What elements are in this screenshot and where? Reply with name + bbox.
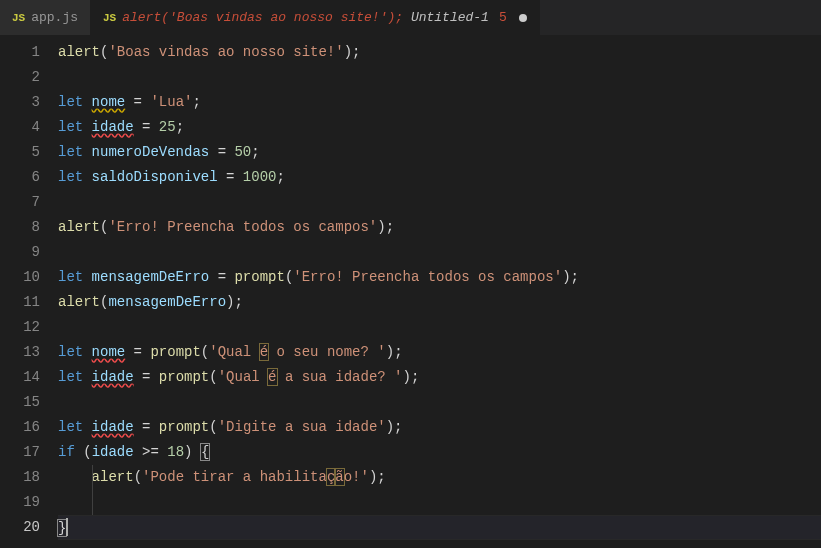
- code-line[interactable]: let idade = prompt('Digite a sua idade')…: [58, 415, 821, 440]
- token: (: [201, 344, 209, 360]
- token: 1000: [243, 169, 277, 185]
- token: let: [58, 94, 92, 110]
- token: prompt: [234, 269, 284, 285]
- token: saldoDisponivel: [92, 169, 218, 185]
- line-number: 17: [0, 440, 40, 465]
- token: o seu nome? ': [268, 344, 386, 360]
- token: ;: [234, 294, 242, 310]
- token: 'Qual: [209, 344, 259, 360]
- code-line[interactable]: [58, 65, 821, 90]
- token: let: [58, 344, 92, 360]
- line-number: 6: [0, 165, 40, 190]
- tab-label: app.js: [31, 10, 78, 25]
- token: ): [386, 344, 394, 360]
- code-line[interactable]: alert('Boas vindas ao nosso site!');: [58, 40, 821, 65]
- line-number: 13: [0, 340, 40, 365]
- token: 'Erro! Preencha todos os campos': [108, 219, 377, 235]
- code-line[interactable]: alert('Pode tirar a habilitação!');: [58, 465, 821, 490]
- token: idade: [92, 419, 134, 435]
- code-line[interactable]: [58, 390, 821, 415]
- token: =: [134, 419, 159, 435]
- token: =: [209, 269, 234, 285]
- line-number: 11: [0, 290, 40, 315]
- token: ;: [176, 119, 184, 135]
- token: 50: [234, 144, 251, 160]
- line-number: 20: [0, 515, 40, 540]
- line-number: 19: [0, 490, 40, 515]
- code-line[interactable]: let idade = 25;: [58, 115, 821, 140]
- token: let: [58, 419, 92, 435]
- token: alert: [58, 219, 100, 235]
- tab-untitled[interactable]: JS alert('Boas vindas ao nosso site!'); …: [91, 0, 540, 35]
- line-number: 10: [0, 265, 40, 290]
- token: mensagemDeErro: [92, 269, 210, 285]
- line-number: 4: [0, 115, 40, 140]
- token: alert: [92, 469, 134, 485]
- line-number: 9: [0, 240, 40, 265]
- problem-count-badge: 5: [499, 10, 507, 25]
- token: ;: [251, 144, 259, 160]
- token: ): [344, 44, 352, 60]
- token: let: [58, 369, 92, 385]
- code-line[interactable]: let saldoDisponivel = 1000;: [58, 165, 821, 190]
- js-icon: JS: [103, 12, 116, 24]
- token: let: [58, 119, 92, 135]
- editor[interactable]: 1234567891011121314151617181920 alert('B…: [0, 35, 821, 548]
- code-line[interactable]: [58, 240, 821, 265]
- code-line[interactable]: let idade = prompt('Qual é a sua idade? …: [58, 365, 821, 390]
- token: 'Qual: [218, 369, 268, 385]
- token: {: [200, 443, 210, 461]
- token: idade: [92, 119, 134, 135]
- token: prompt: [150, 344, 200, 360]
- tab-label: alert('Boas vindas ao nosso site!'); Unt…: [122, 10, 489, 25]
- token: ;: [411, 369, 419, 385]
- token: >=: [134, 444, 168, 460]
- tab-appjs[interactable]: JS app.js: [0, 0, 91, 35]
- code-line[interactable]: [58, 490, 821, 515]
- token: 'Erro! Preencha todos os campos': [293, 269, 562, 285]
- token: nome: [92, 94, 126, 110]
- token: ): [403, 369, 411, 385]
- code-line[interactable]: let nome = 'Lua';: [58, 90, 821, 115]
- token: ;: [352, 44, 360, 60]
- token: nome: [92, 344, 126, 360]
- token: ;: [276, 169, 284, 185]
- token: ;: [394, 419, 402, 435]
- line-number: 18: [0, 465, 40, 490]
- code-area[interactable]: alert('Boas vindas ao nosso site!');let …: [58, 35, 821, 548]
- code-line[interactable]: alert('Erro! Preencha todos os campos');: [58, 215, 821, 240]
- token: ): [386, 419, 394, 435]
- code-line[interactable]: if (idade >= 18) {: [58, 440, 821, 465]
- line-number: 5: [0, 140, 40, 165]
- token: let: [58, 144, 92, 160]
- line-number: 8: [0, 215, 40, 240]
- line-number: 2: [0, 65, 40, 90]
- token: =: [125, 344, 150, 360]
- js-icon: JS: [12, 12, 25, 24]
- token: prompt: [159, 369, 209, 385]
- indent-guide: [92, 490, 93, 515]
- token: ;: [192, 94, 200, 110]
- token: (: [209, 419, 217, 435]
- token: [58, 469, 92, 485]
- line-number: 1: [0, 40, 40, 65]
- token: =: [134, 369, 159, 385]
- code-line[interactable]: }: [58, 515, 821, 540]
- token: 'Digite a sua idade': [218, 419, 386, 435]
- line-number-gutter: 1234567891011121314151617181920: [0, 35, 58, 548]
- line-number: 15: [0, 390, 40, 415]
- tab-bar: JS app.js JS alert('Boas vindas ao nosso…: [0, 0, 821, 35]
- token: (: [134, 469, 142, 485]
- dirty-indicator-icon: [519, 14, 527, 22]
- line-number: 12: [0, 315, 40, 340]
- token: ;: [377, 469, 385, 485]
- code-line[interactable]: [58, 190, 821, 215]
- code-line[interactable]: let numeroDeVendas = 50;: [58, 140, 821, 165]
- token: 'Boas vindas ao nosso site!': [108, 44, 343, 60]
- code-line[interactable]: let nome = prompt('Qual é o seu nome? ')…: [58, 340, 821, 365]
- code-line[interactable]: [58, 315, 821, 340]
- token: 'Pode tirar a habilita: [142, 469, 327, 485]
- code-line[interactable]: alert(mensagemDeErro);: [58, 290, 821, 315]
- token: a sua idade? ': [277, 369, 403, 385]
- code-line[interactable]: let mensagemDeErro = prompt('Erro! Preen…: [58, 265, 821, 290]
